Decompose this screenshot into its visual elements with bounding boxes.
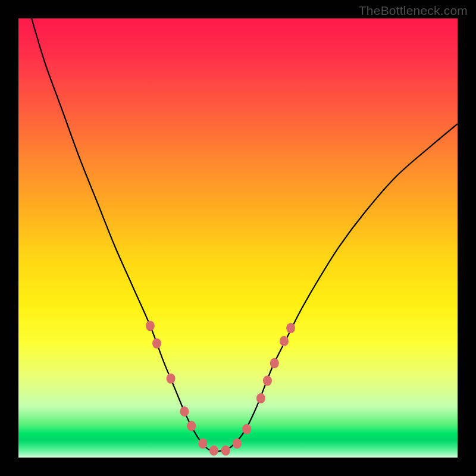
highlight-dots: [146, 321, 295, 456]
bottleneck-curve-svg: [18, 18, 458, 458]
marker-dot: [233, 439, 242, 449]
bottleneck-curve: [32, 18, 458, 452]
marker-dot: [242, 424, 251, 434]
marker-dot: [146, 321, 155, 331]
marker-dot: [221, 446, 230, 456]
marker-dot: [152, 338, 161, 348]
marker-dot: [209, 446, 218, 456]
marker-dot: [256, 393, 265, 403]
marker-dot: [187, 421, 196, 431]
marker-dot: [280, 336, 289, 346]
marker-dot: [180, 406, 189, 416]
watermark: TheBottleneck.com: [359, 4, 468, 18]
marker-dot: [286, 323, 295, 333]
marker-dot: [198, 439, 207, 449]
chart-stage: TheBottleneck.com: [0, 0, 476, 476]
marker-dot: [263, 375, 272, 386]
marker-dot: [270, 358, 279, 368]
marker-dot: [167, 374, 176, 384]
